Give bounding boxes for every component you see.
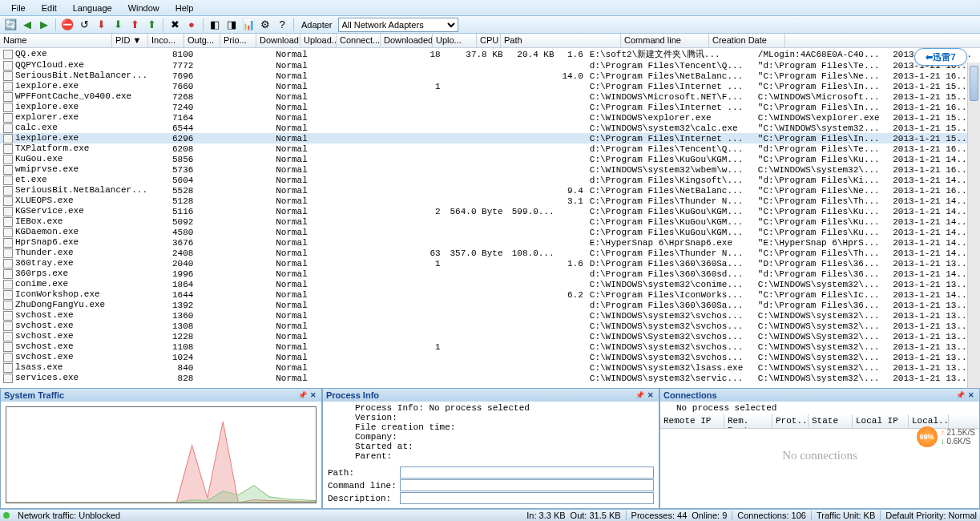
- table-row[interactable]: calc.exe6544NormalC:\WINDOWS\system32\ca…: [0, 123, 980, 133]
- table-row[interactable]: SeriousBit.NetBalancer...7696Normal14.0C…: [0, 71, 980, 81]
- col-9[interactable]: Uplo...: [433, 34, 477, 47]
- table-row[interactable]: svchost.exe1228NormalC:\WINDOWS\System32…: [0, 331, 980, 341]
- table-row[interactable]: svchost.exe1360NormalC:\WINDOWS\system32…: [0, 310, 980, 321]
- table-row[interactable]: KGService.exe5116Normal2564.0 Byte599.0.…: [0, 206, 980, 216]
- col-6[interactable]: Upload...: [300, 34, 337, 47]
- reset-icon[interactable]: ↺: [77, 18, 91, 32]
- table-row[interactable]: iexplore.exe7240NormalC:\Program Files\I…: [0, 102, 980, 112]
- table-row[interactable]: QQPYCloud.exe7772Normald:\Program Files\…: [0, 60, 980, 71]
- menu-edit[interactable]: Edit: [35, 2, 63, 14]
- table-row[interactable]: iexplore.exe7660Normal1C:\Program Files\…: [0, 81, 980, 91]
- next-icon[interactable]: ▶: [37, 18, 51, 32]
- table-row[interactable]: KGDaemon.exe4580NormalC:\Program Files\K…: [0, 227, 980, 237]
- process-list-body[interactable]: QQ.exe8100Normal1837.8 KB20.4 KB1.6E:\so…: [0, 48, 980, 388]
- vertical-scrollbar[interactable]: [967, 63, 980, 388]
- table-row[interactable]: services.exe828NormalC:\WINDOWS\system32…: [0, 373, 980, 383]
- menu-file[interactable]: File: [5, 2, 32, 14]
- stop-icon[interactable]: ✖: [167, 18, 182, 32]
- table-row[interactable]: Thunder.exe2408Normal63357.0 Byte108.0..…: [0, 248, 980, 258]
- column-header-row: NamePID ▼Inco...Outg...Prio...Download..…: [0, 34, 980, 48]
- col-4[interactable]: Prio...: [220, 34, 256, 47]
- conns-col[interactable]: Prot...: [772, 414, 809, 428]
- toolbar: 🔄 ◀ ▶ ⛔ ↺ ⬇ ⬇ ⬆ ⬆ ✖ ● ◧ ◨ 📊 ⚙ ? Adapter …: [0, 16, 980, 34]
- company-label: Company:: [355, 432, 654, 442]
- table-row[interactable]: SeriousBit.NetBalancer...5528Normal9.4C:…: [0, 185, 980, 196]
- adapter-select[interactable]: All Network Adapters: [338, 18, 458, 32]
- table-row[interactable]: wmiprvse.exe5736NormalC:\WINDOWS\system3…: [0, 164, 980, 175]
- path-input[interactable]: [400, 466, 654, 479]
- col-11[interactable]: Path: [501, 34, 621, 47]
- col-10[interactable]: CPU: [477, 34, 501, 47]
- conns-col[interactable]: Rem. Port: [724, 414, 772, 428]
- toggle2-icon[interactable]: ◨: [224, 18, 239, 32]
- down-red-icon[interactable]: ⬇: [94, 18, 108, 32]
- status-unit: Traffic Unit: KB: [817, 511, 875, 520]
- speed-up: 21.5K/S: [941, 428, 975, 437]
- up-red-icon[interactable]: ⬆: [127, 18, 142, 32]
- process-icon: [3, 92, 13, 102]
- table-row[interactable]: IEBox.exe5092NormalC:\Program Files\KuGo…: [0, 216, 980, 227]
- table-row[interactable]: svchost.exe1308NormalC:\WINDOWS\system32…: [0, 321, 980, 331]
- process-icon: [3, 280, 13, 289]
- process-icon: [3, 217, 13, 227]
- table-row[interactable]: TXPlatform.exe6208Normald:\Program Files…: [0, 143, 980, 154]
- conns-col[interactable]: State: [809, 414, 853, 428]
- menu-window[interactable]: Window: [122, 2, 166, 14]
- speed-down: 0.6K/S: [941, 437, 975, 446]
- table-row[interactable]: iexplore.exe6296NormalC:\Program Files\I…: [0, 133, 980, 143]
- table-row[interactable]: et.exe5604Normald:\Program Files\Kingsof…: [0, 175, 980, 185]
- speed-overlay[interactable]: 69% 21.5K/S 0.6K/S: [917, 426, 975, 447]
- menu-help[interactable]: Help: [169, 2, 200, 14]
- chart-icon[interactable]: 📊: [241, 18, 256, 32]
- close-icon[interactable]: ✕: [309, 390, 318, 400]
- col-3[interactable]: Outg...: [184, 34, 220, 47]
- table-row[interactable]: conime.exe1864NormalC:\WINDOWS\system32\…: [0, 279, 980, 289]
- pin-icon[interactable]: 📌: [635, 390, 644, 400]
- table-row[interactable]: XLUEOPS.exe5128Normal3.1C:\Program Files…: [0, 196, 980, 206]
- close-icon[interactable]: ✕: [966, 390, 976, 400]
- col-7[interactable]: Connect...: [337, 34, 381, 47]
- up-green-icon[interactable]: ⬆: [144, 18, 159, 32]
- table-row[interactable]: IconWorkshop.exe1644Normal6.2C:\Program …: [0, 289, 980, 300]
- table-row[interactable]: explorer.exe7164NormalC:\WINDOWS\explore…: [0, 112, 980, 123]
- table-row[interactable]: lsass.exe840NormalC:\WINDOWS\system32\ls…: [0, 362, 980, 373]
- col-13[interactable]: Creation Date: [709, 34, 785, 47]
- col-5[interactable]: Download...: [256, 34, 300, 47]
- thunder-badge[interactable]: ⬅迅雷7: [914, 48, 967, 66]
- prev-icon[interactable]: ◀: [20, 18, 34, 32]
- col-8[interactable]: Downloaded: [381, 34, 433, 47]
- pin-icon[interactable]: 📌: [297, 390, 307, 400]
- conns-col[interactable]: Local IP: [853, 414, 909, 428]
- table-row[interactable]: KuGou.exe5856NormalC:\Program Files\KuGo…: [0, 154, 980, 164]
- col-2[interactable]: Inco...: [148, 34, 184, 47]
- record-icon[interactable]: ●: [184, 18, 199, 32]
- table-row[interactable]: svchost.exe1024NormalC:\WINDOWS\system32…: [0, 352, 980, 362]
- menu-language[interactable]: Language: [67, 2, 119, 14]
- close-icon[interactable]: ✕: [646, 390, 655, 400]
- process-icon: [3, 113, 13, 123]
- table-row[interactable]: QQ.exe8100Normal1837.8 KB20.4 KB1.6E:\so…: [0, 48, 980, 60]
- no-connections-message: No connections: [782, 448, 857, 462]
- conns-col[interactable]: Remote IP: [660, 414, 724, 428]
- desc-input[interactable]: [400, 492, 654, 504]
- scroll-thumb[interactable]: [970, 66, 978, 101]
- down-green-icon[interactable]: ⬇: [111, 18, 125, 32]
- table-row[interactable]: WPFFontCache_v0400.exe7268NormalC:\WINDO…: [0, 91, 980, 102]
- settings-icon[interactable]: ⚙: [258, 18, 272, 32]
- block-icon[interactable]: ⛔: [60, 18, 75, 32]
- process-icon: [3, 134, 13, 143]
- process-icon: [3, 238, 13, 248]
- cmd-input[interactable]: [400, 479, 654, 491]
- table-row[interactable]: HprSnap6.exe3676NormalE:\HyperSnap 6\Hpr…: [0, 237, 980, 248]
- table-row[interactable]: svchost.exe1108Normal1C:\WINDOWS\system3…: [0, 341, 980, 352]
- col-0[interactable]: Name: [0, 34, 112, 47]
- table-row[interactable]: 360rps.exe1996Normald:\Program Files\360…: [0, 269, 980, 279]
- col-12[interactable]: Command line: [621, 34, 709, 47]
- help-icon[interactable]: ?: [275, 18, 289, 32]
- pin-icon[interactable]: 📌: [955, 390, 965, 400]
- toggle1-icon[interactable]: ◧: [208, 18, 222, 32]
- table-row[interactable]: ZhuDongFangYu.exe1392Normald:\Program Fi…: [0, 300, 980, 310]
- refresh-icon[interactable]: 🔄: [3, 18, 18, 32]
- table-row[interactable]: 360tray.exe2040Normal11.6D:\Program File…: [0, 258, 980, 269]
- col-1[interactable]: PID ▼: [112, 34, 148, 47]
